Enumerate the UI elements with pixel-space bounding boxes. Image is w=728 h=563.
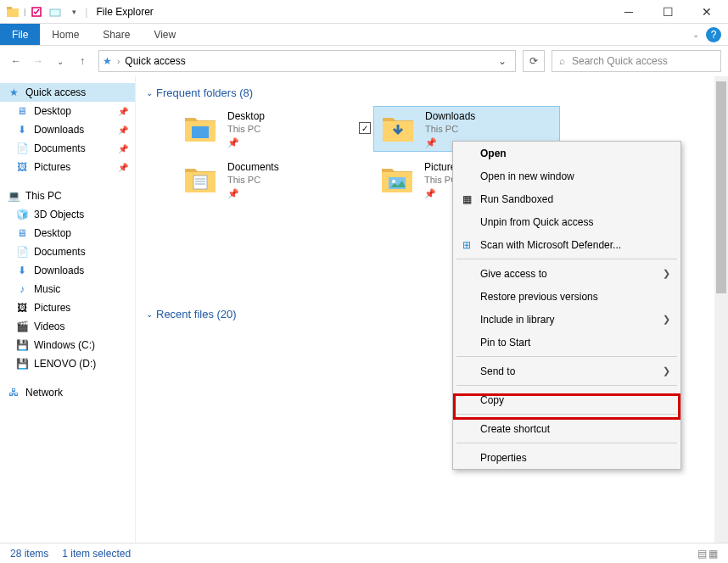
ctx-label: Properties bbox=[480, 452, 527, 464]
ribbon-right: ⌄ ? bbox=[692, 24, 728, 45]
drive-icon: 💾 bbox=[15, 357, 29, 371]
status-bar: 28 items 1 item selected ▤ ▦ bbox=[0, 543, 728, 563]
downloads-icon: ⬇ bbox=[15, 123, 29, 137]
ctx-give-access[interactable]: Give access to❯ bbox=[453, 262, 680, 285]
downloads-icon: ⬇ bbox=[15, 264, 29, 277]
quick-access-group: ★ Quick access 🖥 Desktop 📌 ⬇ Downloads 📌… bbox=[0, 81, 135, 185]
sidebar-label: Documents bbox=[34, 142, 86, 154]
ctx-create-shortcut[interactable]: Create shortcut bbox=[453, 417, 680, 440]
sidebar-label: Videos bbox=[34, 321, 64, 332]
file-tab[interactable]: File bbox=[0, 24, 40, 45]
context-menu: Open Open in new window ▦Run Sandboxed U… bbox=[452, 141, 681, 470]
tab-home[interactable]: Home bbox=[40, 24, 91, 45]
sidebar-label: Desktop bbox=[34, 227, 71, 239]
sidebar-quick-access[interactable]: ★ Quick access bbox=[0, 83, 135, 102]
videos-icon: 🎬 bbox=[15, 320, 29, 333]
folder-name: Documents bbox=[227, 161, 279, 173]
ctx-open[interactable]: Open bbox=[453, 142, 680, 164]
folder-tile-documents[interactable]: Documents This PC 📌 bbox=[176, 157, 363, 203]
window-title: File Explorer bbox=[96, 6, 153, 18]
forward-button[interactable]: → bbox=[29, 52, 48, 70]
sidebar-label: LENOVO (D:) bbox=[34, 358, 96, 370]
ctx-separator bbox=[456, 385, 677, 386]
ribbon-tabs: File Home Share View ⌄ ? bbox=[0, 24, 728, 46]
ctx-label: Run Sandboxed bbox=[480, 193, 553, 205]
address-location: Quick access bbox=[125, 55, 185, 67]
ctx-open-new-window[interactable]: Open in new window bbox=[453, 164, 680, 187]
tab-view[interactable]: View bbox=[142, 24, 188, 45]
details-view-icon[interactable]: ▤ bbox=[697, 548, 707, 560]
frequent-folders-label: Frequent folders (8) bbox=[156, 86, 253, 99]
sidebar-label: Windows (C:) bbox=[34, 339, 95, 351]
tile-checkbox[interactable]: ✓ bbox=[359, 122, 371, 134]
sidebar-item-downloads-pc[interactable]: ⬇Downloads bbox=[0, 261, 135, 280]
search-icon: ⌕ bbox=[559, 55, 565, 67]
pin-icon: 📌 bbox=[118, 144, 128, 153]
search-box[interactable]: ⌕ Search Quick access bbox=[552, 50, 721, 72]
ctx-label: Create shortcut bbox=[480, 423, 550, 435]
scrollbar[interactable] bbox=[714, 76, 728, 543]
folder-sub: This PC bbox=[227, 175, 279, 185]
sidebar-item-documents[interactable]: 📄 Documents 📌 bbox=[0, 139, 135, 158]
chevron-right-icon: ❯ bbox=[663, 365, 670, 376]
chevron-down-icon: ⌄ bbox=[146, 88, 153, 98]
sidebar-item-drive-c[interactable]: 💾Windows (C:) bbox=[0, 336, 135, 354]
sidebar-item-videos[interactable]: 🎬Videos bbox=[0, 317, 135, 336]
folder-icon bbox=[378, 163, 416, 197]
ctx-copy[interactable]: Copy bbox=[453, 388, 680, 411]
ctx-unpin[interactable]: Unpin from Quick access bbox=[453, 210, 680, 233]
help-icon[interactable]: ? bbox=[706, 27, 721, 42]
ctx-scan-defender[interactable]: ⊞Scan with Microsoft Defender... bbox=[453, 233, 680, 256]
pin-icon: 📌 bbox=[118, 163, 128, 172]
history-dropdown[interactable]: ⌄ bbox=[51, 52, 70, 70]
pictures-icon: 🖼 bbox=[15, 160, 29, 174]
qat-sep: | bbox=[24, 8, 25, 16]
drive-icon: 💾 bbox=[15, 338, 29, 352]
sidebar-this-pc[interactable]: 💻 This PC bbox=[0, 187, 135, 205]
sidebar-network[interactable]: 🖧 Network bbox=[0, 383, 135, 402]
minimize-button[interactable]: ─ bbox=[609, 0, 648, 24]
address-dropdown-icon[interactable]: ⌄ bbox=[493, 55, 512, 67]
ctx-separator bbox=[456, 356, 677, 357]
this-pc-group: 💻 This PC 🧊3D Objects 🖥Desktop 📄Document… bbox=[0, 185, 135, 382]
sidebar-item-downloads[interactable]: ⬇ Downloads 📌 bbox=[0, 120, 135, 139]
explorer-icon bbox=[5, 4, 20, 20]
sidebar-item-music[interactable]: ♪Music bbox=[0, 280, 135, 298]
ctx-send-to[interactable]: Send to❯ bbox=[453, 360, 680, 382]
svg-rect-0 bbox=[7, 8, 19, 17]
sidebar-item-documents-pc[interactable]: 📄Documents bbox=[0, 242, 135, 261]
up-button[interactable]: ↑ bbox=[73, 52, 92, 70]
3d-icon: 🧊 bbox=[15, 208, 29, 221]
folder-tile-desktop[interactable]: Desktop This PC 📌 bbox=[176, 106, 363, 152]
sidebar-item-pictures-pc[interactable]: 🖼Pictures bbox=[0, 298, 135, 317]
ctx-include-library[interactable]: Include in library❯ bbox=[453, 308, 680, 331]
ctx-run-sandboxed[interactable]: ▦Run Sandboxed bbox=[453, 187, 680, 210]
back-button[interactable]: ← bbox=[7, 52, 25, 70]
ctx-label: Copy bbox=[480, 394, 504, 406]
ribbon-expand-icon[interactable]: ⌄ bbox=[692, 30, 699, 39]
ctx-label: Open bbox=[480, 148, 507, 159]
frequent-folders-header[interactable]: ⌄ Frequent folders (8) bbox=[146, 86, 718, 99]
sidebar-item-desktop[interactable]: 🖥 Desktop 📌 bbox=[0, 102, 135, 120]
address-bar[interactable]: ★ › Quick access ⌄ bbox=[98, 50, 516, 72]
ctx-restore-versions[interactable]: Restore previous versions bbox=[453, 285, 680, 308]
sidebar-item-3d-objects[interactable]: 🧊3D Objects bbox=[0, 205, 135, 224]
large-icons-view-icon[interactable]: ▦ bbox=[708, 548, 718, 560]
sidebar-item-drive-d[interactable]: 💾LENOVO (D:) bbox=[0, 354, 135, 373]
sidebar-label: Pictures bbox=[34, 302, 70, 314]
scrollbar-thumb[interactable] bbox=[716, 81, 726, 293]
svg-rect-1 bbox=[7, 7, 12, 9]
window-controls: ─ ☐ ✕ bbox=[609, 0, 726, 24]
sidebar-label: Pictures bbox=[34, 161, 70, 173]
sidebar-item-desktop-pc[interactable]: 🖥Desktop bbox=[0, 224, 135, 242]
maximize-button[interactable]: ☐ bbox=[648, 0, 687, 24]
ctx-pin-start[interactable]: Pin to Start bbox=[453, 331, 680, 354]
ctx-properties[interactable]: Properties bbox=[453, 446, 680, 469]
close-button[interactable]: ✕ bbox=[687, 0, 726, 24]
properties-qat-icon[interactable] bbox=[29, 4, 44, 20]
sidebar-item-pictures[interactable]: 🖼 Pictures 📌 bbox=[0, 158, 135, 176]
tab-share[interactable]: Share bbox=[91, 24, 142, 45]
refresh-button[interactable]: ⟳ bbox=[523, 50, 545, 72]
new-folder-qat-icon[interactable] bbox=[48, 4, 63, 20]
qat-dropdown-icon[interactable]: ▾ bbox=[66, 4, 81, 20]
